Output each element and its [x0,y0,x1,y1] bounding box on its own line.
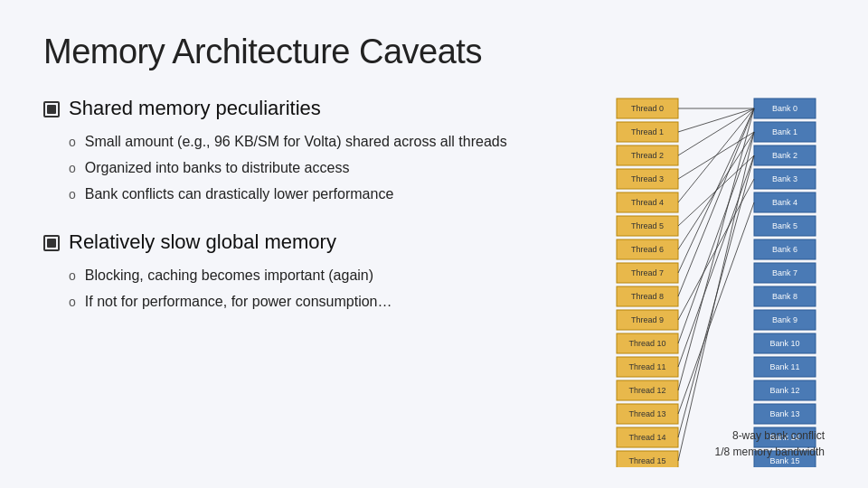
svg-text:Thread 13: Thread 13 [628,409,665,418]
svg-text:Thread 14: Thread 14 [628,433,665,442]
svg-line-76 [678,108,754,390]
svg-text:Bank 13: Bank 13 [769,409,799,418]
svg-text:Bank 6: Bank 6 [772,245,797,254]
svg-text:Thread 7: Thread 7 [631,268,664,277]
svg-text:Bank 10: Bank 10 [769,339,799,348]
banks-column: Bank 0 Bank 1 Bank 2 Bank 3 Bank 4 Bank [754,99,816,467]
svg-text:Bank 12: Bank 12 [769,386,799,395]
section-shared-memory: Shared memory peculiarities Small amount… [43,97,571,205]
svg-text:Bank 3: Bank 3 [772,174,797,183]
section2-title: Relatively slow global memory [69,230,336,254]
svg-line-75 [678,155,754,367]
svg-text:Bank 9: Bank 9 [772,315,797,324]
section1-title: Shared memory peculiarities [69,97,321,120]
bullet-2-1: Blocking, caching becomes important (aga… [69,265,571,286]
svg-text:Thread 11: Thread 11 [628,362,665,371]
conflict-lines [678,108,754,461]
svg-line-74 [678,132,754,343]
svg-text:Bank 11: Bank 11 [769,362,799,371]
svg-text:Bank 7: Bank 7 [772,268,797,277]
content-area: Shared memory peculiarities Small amount… [43,97,825,467]
svg-text:Thread 12: Thread 12 [628,386,665,395]
section1-header: Shared memory peculiarities [43,97,571,120]
slide-title: Memory Architecture Caveats [43,33,825,71]
svg-line-77 [678,202,754,414]
diagram-caption: 8-way bank conflict 1/8 memory bandwidth [715,427,825,460]
threads-column: Thread 0 Thread 1 Thread 2 Thread 3 Thre… [617,99,678,467]
svg-text:Bank 2: Bank 2 [772,151,797,160]
checkbox-icon-2 [43,235,60,251]
bank-conflict-diagram: Thread 0 Thread 1 Thread 2 Thread 3 Thre… [608,97,825,467]
svg-text:Bank 5: Bank 5 [772,221,797,230]
svg-line-72 [678,108,754,296]
svg-text:Thread 15: Thread 15 [628,456,665,465]
svg-text:Thread 2: Thread 2 [631,151,664,160]
svg-text:Thread 5: Thread 5 [631,221,664,230]
checkbox-icon-1 [43,101,60,117]
svg-line-66 [678,108,754,155]
svg-text:Bank 0: Bank 0 [772,104,797,113]
svg-text:Thread 1: Thread 1 [631,127,664,136]
bullet-1-1: Small amount (e.g., 96 KB/SM for Volta) … [69,131,571,153]
svg-text:Thread 6: Thread 6 [631,245,664,254]
section1-bullets: Small amount (e.g., 96 KB/SM for Volta) … [43,131,571,205]
slide: Memory Architecture Caveats Shared memor… [0,0,868,488]
bullet-1-3: Bank conflicts can drastically lower per… [69,183,571,205]
svg-text:Thread 0: Thread 0 [631,104,664,113]
svg-text:Bank 4: Bank 4 [772,198,797,207]
svg-line-65 [678,108,754,132]
caption-line1: 8-way bank conflict [715,427,825,444]
svg-line-68 [678,108,754,202]
svg-text:Thread 8: Thread 8 [631,292,664,301]
svg-text:Bank 8: Bank 8 [772,292,797,301]
svg-line-79 [678,132,754,461]
caption-line2: 1/8 memory bandwidth [715,444,825,460]
svg-text:Thread 3: Thread 3 [631,174,664,183]
text-content: Shared memory peculiarities Small amount… [43,97,571,467]
svg-text:Bank 1: Bank 1 [772,127,797,136]
section2-header: Relatively slow global memory [43,230,571,254]
bullet-1-2: Organized into banks to distribute acces… [69,157,571,179]
svg-text:Thread 4: Thread 4 [631,198,664,207]
svg-text:Thread 9: Thread 9 [631,315,664,324]
bullet-2-2: If not for performance, for power consum… [69,291,571,313]
svg-text:Thread 10: Thread 10 [628,339,665,348]
section2-bullets: Blocking, caching becomes important (aga… [43,265,571,313]
section-global-memory: Relatively slow global memory Blocking, … [43,230,571,313]
diagram-area: Thread 0 Thread 1 Thread 2 Thread 3 Thre… [590,97,825,467]
